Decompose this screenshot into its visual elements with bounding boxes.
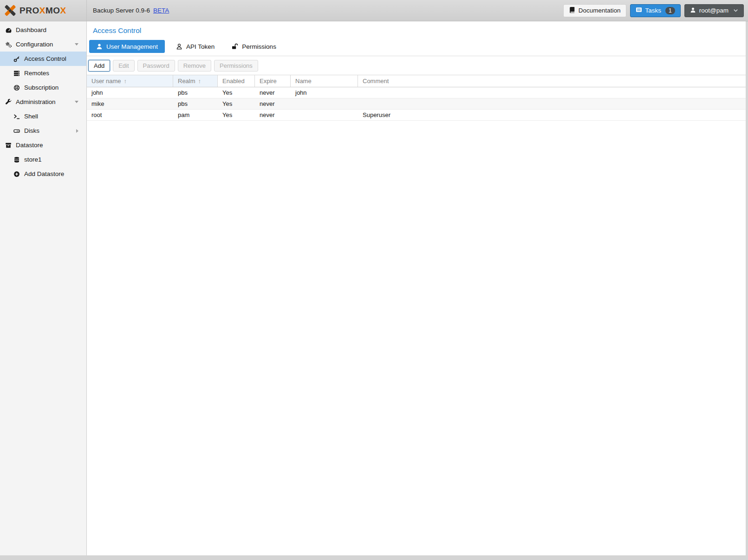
column-header-enabled[interactable]: Enabled (218, 75, 255, 87)
brand-text: PROXMOX (20, 6, 66, 16)
table-header-row: User name ↑ Realm ↑ Enabled Expire Name … (87, 75, 746, 87)
sidebar-item-datastore[interactable]: Datastore (0, 138, 86, 152)
sidebar-item-remotes[interactable]: Remotes (0, 66, 86, 80)
users-table: User name ↑ Realm ↑ Enabled Expire Name … (87, 75, 746, 121)
scrollbar-track[interactable] (746, 21, 748, 555)
archive-box-icon (5, 142, 12, 149)
sidebar-item-label: Remotes (24, 70, 49, 77)
sidebar-item-label: Access Control (24, 55, 66, 62)
sidebar-item-dashboard[interactable]: Dashboard (0, 23, 86, 37)
sidebar-item-label: Administration (16, 98, 56, 105)
proxmox-logo: PROXMOX (0, 0, 87, 21)
tab-user-management[interactable]: User Management (89, 40, 165, 53)
remove-button[interactable]: Remove (178, 60, 211, 72)
hdd-icon (13, 128, 20, 134)
sort-asc-icon: ↑ (198, 78, 202, 85)
gears-icon (5, 41, 12, 48)
key-icon (13, 56, 20, 62)
caret-right-icon[interactable] (76, 129, 78, 133)
tab-permissions[interactable]: Permissions (226, 40, 282, 53)
page-title: Access Control (93, 26, 748, 35)
product-version: Backup Server 0.9-6 (93, 7, 150, 14)
life-ring-icon (13, 85, 20, 91)
table-row-john[interactable]: john pbs Yes never john (87, 87, 746, 98)
user-icon (96, 43, 103, 50)
tasks-count-badge: 1 (665, 7, 675, 14)
content-area: Dashboard Configuration Access Control R… (0, 21, 748, 555)
toolbar: Add Edit Password Remove Permissions (87, 56, 748, 75)
sidebar-item-access-control[interactable]: Access Control (0, 52, 86, 66)
sidebar-item-label: Disks (24, 127, 39, 134)
permissions-button[interactable]: Permissions (214, 60, 258, 72)
sidebar-item-add-datastore[interactable]: Add Datastore (0, 167, 86, 181)
proxmox-x-icon (4, 5, 16, 17)
sidebar-item-label: Dashboard (16, 26, 46, 33)
edit-button[interactable]: Edit (113, 60, 134, 72)
caret-down-icon[interactable] (75, 101, 78, 103)
sidebar-item-label: Configuration (16, 41, 53, 48)
plus-circle-icon (13, 171, 20, 177)
dashboard-icon (5, 27, 12, 33)
sidebar: Dashboard Configuration Access Control R… (0, 21, 87, 555)
column-header-comment[interactable]: Comment (358, 75, 746, 87)
database-icon (13, 156, 20, 163)
user-menu-button[interactable]: root@pam (684, 4, 744, 17)
user-outline-icon (176, 43, 182, 50)
column-header-username[interactable]: User name ↑ (87, 75, 173, 87)
beta-link[interactable]: BETA (153, 7, 169, 14)
tab-api-token[interactable]: API Token (170, 40, 220, 53)
column-header-expire[interactable]: Expire (255, 75, 291, 87)
tab-bar: User Management API Token Permissions (87, 40, 748, 53)
book-icon (569, 7, 575, 14)
topbar-actions: Documentation Tasks 1 root@pam (563, 4, 744, 17)
task-list-icon (636, 7, 642, 14)
chevron-down-icon (733, 8, 738, 13)
sidebar-item-label: Add Datastore (24, 170, 64, 177)
sidebar-item-administration[interactable]: Administration (0, 95, 86, 109)
terminal-icon (13, 113, 20, 120)
main-panel: Access Control User Management API Token… (87, 21, 748, 555)
documentation-button[interactable]: Documentation (563, 4, 626, 17)
table-row-mike[interactable]: mike pbs Yes never (87, 98, 746, 110)
tasks-button[interactable]: Tasks 1 (630, 4, 681, 17)
password-button[interactable]: Password (137, 60, 175, 72)
sidebar-item-label: Datastore (16, 142, 43, 149)
top-bar: PROXMOX Backup Server 0.9-6 BETA Documen… (0, 0, 748, 21)
server-icon (13, 70, 20, 77)
sidebar-item-subscription[interactable]: Subscription (0, 80, 86, 95)
sidebar-item-shell[interactable]: Shell (0, 109, 86, 124)
bottom-border-strip (0, 555, 748, 560)
column-header-realm[interactable]: Realm ↑ (173, 75, 218, 87)
unlock-icon (231, 43, 238, 50)
sidebar-item-disks[interactable]: Disks (0, 124, 86, 138)
sidebar-item-configuration[interactable]: Configuration (0, 37, 86, 52)
add-button[interactable]: Add (88, 60, 110, 72)
wrench-icon (5, 99, 12, 105)
sidebar-item-store1[interactable]: store1 (0, 152, 86, 167)
column-header-name[interactable]: Name (291, 75, 358, 87)
sidebar-item-label: store1 (24, 156, 42, 163)
sidebar-item-label: Shell (24, 113, 38, 120)
user-icon (690, 7, 696, 14)
caret-down-icon[interactable] (75, 43, 78, 46)
sidebar-item-label: Subscription (24, 84, 59, 91)
sort-asc-icon: ↑ (124, 78, 127, 85)
table-row-root[interactable]: root pam Yes never Superuser (87, 110, 746, 121)
